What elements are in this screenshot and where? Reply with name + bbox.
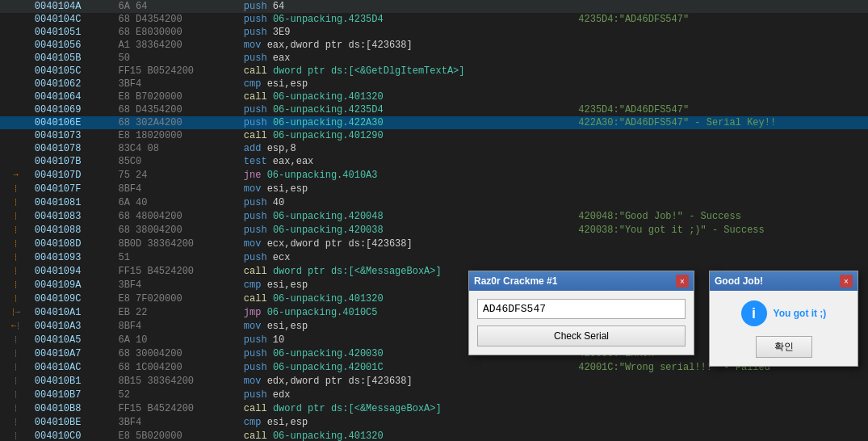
instruction-cell: push 06-unpacking.420038: [241, 223, 575, 237]
table-row[interactable]: 0040106968 D4354200push 06-unpacking.423…: [0, 103, 868, 116]
bytes-cell: 52: [115, 388, 240, 401]
bytes-cell: EB 22: [115, 305, 240, 319]
instruction-cell: call 06-unpacking.401290: [241, 129, 575, 142]
bytes-cell: FF15 B4524200: [115, 401, 240, 415]
comment-cell: [575, 195, 868, 209]
comment-cell: [575, 168, 868, 182]
address-cell: 00401078: [31, 142, 115, 155]
arrow-cell: [0, 13, 31, 26]
arrow-cell: [0, 103, 31, 116]
table-row[interactable]: 00401056A1 38364200mov eax,dword ptr ds:…: [0, 39, 868, 52]
address-cell: 0040105B: [31, 52, 115, 65]
bytes-cell: E8 18020000: [115, 129, 240, 142]
instruction-cell: push 06-unpacking.42001C: [241, 360, 575, 374]
comment-cell: 420038:"You got it ;)" - Success: [575, 223, 868, 237]
address-cell: 0040104C: [31, 13, 115, 26]
table-row[interactable]: 00401073E8 18020000call 06-unpacking.401…: [0, 129, 868, 142]
address-cell: 0040104A: [31, 0, 115, 13]
bytes-cell: 68 38004200: [115, 223, 240, 237]
table-row[interactable]: 0040106E68 302A4200push 06-unpacking.422…: [0, 116, 868, 129]
table-row[interactable]: ┊004010B18B15 38364200mov edx,dword ptr …: [0, 374, 868, 388]
arrow-cell: ┊: [0, 250, 31, 264]
table-row[interactable]: ┊0040107F8BF4mov esi,esp: [0, 182, 868, 195]
arrow-cell: [0, 155, 31, 168]
bytes-cell: 8BF4: [115, 182, 240, 195]
address-cell: 004010B1: [31, 374, 115, 388]
instruction-cell: mov eax,dword ptr ds:[423638]: [241, 39, 575, 52]
instruction-cell: push 06-unpacking.420048: [241, 209, 575, 223]
table-row[interactable]: ┊004010816A 40push 40: [0, 195, 868, 209]
instruction-cell: push 06-unpacking.4235D4: [241, 103, 575, 116]
arrow-cell: [0, 129, 31, 142]
instruction-cell: push ecx: [241, 250, 575, 264]
goodjob-close-button[interactable]: ×: [840, 275, 853, 288]
arrow-cell: [0, 142, 31, 155]
table-row[interactable]: 0040105CFF15 B0524200call dword ptr ds:[…: [0, 65, 868, 78]
goodjob-dialog[interactable]: Good Job! × i You got it ;) 확인: [709, 271, 858, 367]
bytes-cell: 68 D4354200: [115, 13, 240, 26]
arrow-cell: ┊: [0, 415, 31, 429]
check-serial-button[interactable]: Check Serial: [477, 326, 686, 346]
confirm-button[interactable]: 확인: [756, 336, 812, 358]
crackme-titlebar: Raz0r Crackme #1 ×: [469, 271, 694, 291]
bytes-cell: 8BF4: [115, 319, 240, 333]
arrow-cell: ┊: [0, 333, 31, 346]
arrow-cell: ┊: [0, 429, 31, 441]
table-row[interactable]: 0040104C68 D4354200push 06-unpacking.423…: [0, 13, 868, 26]
bytes-cell: 8B0D 38364200: [115, 237, 240, 250]
comment-cell: [575, 26, 868, 39]
address-cell: 004010A1: [31, 305, 115, 319]
table-row[interactable]: ┊0040109351push ecx: [0, 250, 868, 264]
table-row[interactable]: ┊004010C0E8 5B020000call 06-unpacking.40…: [0, 429, 868, 441]
table-row[interactable]: ┊004010B752push edx: [0, 388, 868, 401]
comment-cell: [575, 65, 868, 78]
table-row[interactable]: 004010623BF4cmp esi,esp: [0, 78, 868, 90]
comment-cell: 420048:"Good Job!" - Success: [575, 209, 868, 223]
table-row[interactable]: ┊004010BE3BF4cmp esi,esp: [0, 415, 868, 429]
table-row[interactable]: 0040105168 E8030000push 3E9: [0, 26, 868, 39]
table-row[interactable]: ┊004010B8FF15 B4524200call dword ptr ds:…: [0, 401, 868, 415]
bytes-cell: 68 30004200: [115, 346, 240, 360]
arrow-cell: ←┊: [0, 319, 31, 333]
table-row[interactable]: →0040107D75 24jne 06-unpacking.4010A3: [0, 168, 868, 182]
goodjob-title: Good Job!: [715, 275, 763, 287]
instruction-cell: push 64: [241, 0, 575, 13]
table-row[interactable]: ┊0040108868 38004200push 06-unpacking.42…: [0, 223, 868, 237]
address-cell: 004010B8: [31, 401, 115, 415]
address-cell: 004010BE: [31, 415, 115, 429]
instruction-cell: push 3E9: [241, 26, 575, 39]
address-cell: 00401051: [31, 26, 115, 39]
instruction-cell: push edx: [241, 388, 575, 401]
arrow-cell: [0, 39, 31, 52]
disasm-container: 0040104A6A 64push 640040104C68 D4354200p…: [0, 0, 868, 441]
comment-cell: [575, 250, 868, 264]
bytes-cell: 75 24: [115, 168, 240, 182]
crackme-close-button[interactable]: ×: [676, 275, 689, 288]
bytes-cell: E8 5B020000: [115, 429, 240, 441]
comment-cell: [575, 129, 868, 142]
address-cell: 00401083: [31, 209, 115, 223]
address-cell: 004010B7: [31, 388, 115, 401]
bytes-cell: 68 48004200: [115, 209, 240, 223]
address-cell: 0040107F: [31, 182, 115, 195]
address-cell: 00401064: [31, 90, 115, 103]
table-row[interactable]: 00401064E8 B7020000call 06-unpacking.401…: [0, 90, 868, 103]
address-cell: 00401062: [31, 78, 115, 90]
table-row[interactable]: 0040107883C4 08add esp,8: [0, 142, 868, 155]
table-row[interactable]: 0040104A6A 64push 64: [0, 0, 868, 13]
address-cell: 00401088: [31, 223, 115, 237]
table-row[interactable]: ┊0040108368 48004200push 06-unpacking.42…: [0, 209, 868, 223]
arrow-cell: ┊: [0, 278, 31, 292]
instruction-cell: test eax,eax: [241, 155, 575, 168]
table-row[interactable]: ┊0040108D8B0D 38364200mov ecx,dword ptr …: [0, 237, 868, 250]
comment-cell: [575, 78, 868, 90]
bytes-cell: 6A 40: [115, 195, 240, 209]
arrow-cell: ┊: [0, 346, 31, 360]
serial-input[interactable]: [477, 299, 686, 319]
comment-cell: [575, 374, 868, 388]
table-row[interactable]: 0040105B50push eax: [0, 52, 868, 65]
crackme-dialog[interactable]: Raz0r Crackme #1 × Check Serial: [468, 271, 694, 355]
table-row[interactable]: 0040107B85C0test eax,eax: [0, 155, 868, 168]
address-cell: 00401081: [31, 195, 115, 209]
bytes-cell: 3BF4: [115, 278, 240, 292]
